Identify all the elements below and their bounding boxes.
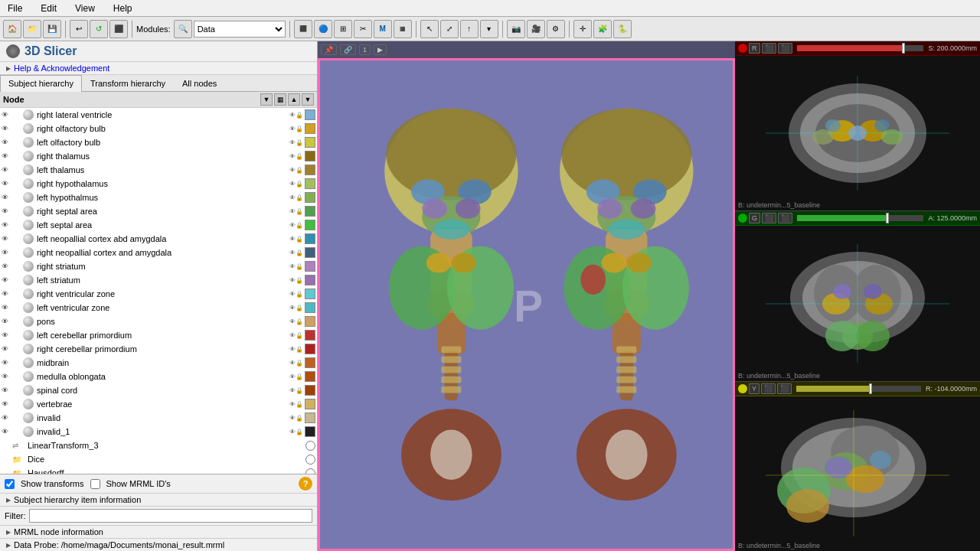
node-lock-icon[interactable]: 🔒 xyxy=(296,126,303,132)
visibility-icon[interactable]: 👁 xyxy=(2,139,12,146)
color-swatch[interactable] xyxy=(305,316,315,327)
node-extra-icon[interactable]: 👁 xyxy=(289,181,296,187)
node-lock-icon[interactable]: 🔒 xyxy=(296,429,303,435)
visibility-icon[interactable]: 👁 xyxy=(2,386,12,394)
node-list-item[interactable]: 👁left septal area👁🔒 xyxy=(0,218,317,232)
color-swatch[interactable] xyxy=(305,247,315,258)
menu-view[interactable]: View xyxy=(70,2,100,15)
mrml-node-info[interactable]: MRML node information xyxy=(0,526,317,539)
view-toggle-button[interactable]: ▦ xyxy=(394,20,412,38)
node-list-item[interactable]: 👁midbrain👁🔒 xyxy=(0,356,317,370)
green-link-button[interactable]: ⬛ xyxy=(762,213,776,223)
node-extra-icon[interactable]: 👁 xyxy=(289,126,296,132)
tab-all-nodes[interactable]: All nodes xyxy=(174,75,225,91)
show-transforms-checkbox[interactable] xyxy=(5,479,15,489)
node-list-item[interactable]: 👁pons👁🔒 xyxy=(0,315,317,328)
node-extra-icon[interactable]: 👁 xyxy=(289,263,296,270)
visibility-icon[interactable]: 👁 xyxy=(2,414,12,422)
color-swatch[interactable] xyxy=(305,289,315,299)
node-list-item[interactable]: ⇌LinearTransform_3 xyxy=(0,439,317,452)
color-swatch[interactable] xyxy=(305,275,315,285)
menu-help[interactable]: Help xyxy=(109,2,137,15)
node-extra-icon[interactable]: 👁 xyxy=(289,222,296,229)
node-list-item[interactable]: 👁left striatum👁🔒 xyxy=(0,273,317,287)
node-list-item[interactable]: 👁left cerebellar primordium👁🔒 xyxy=(0,328,317,342)
green-slider[interactable] xyxy=(797,215,923,221)
node-list-item[interactable]: 👁medulla oblongata👁🔒 xyxy=(0,370,317,383)
camera-button[interactable]: 🎥 xyxy=(527,20,545,38)
visibility-icon[interactable]: 👁 xyxy=(2,152,12,160)
vp-num-button[interactable]: 1 xyxy=(359,44,371,55)
visibility-icon[interactable]: 👁 xyxy=(2,249,12,256)
vp-more-button[interactable]: ▶ xyxy=(374,44,387,55)
visibility-icon[interactable]: 👁 xyxy=(2,345,12,353)
3d-viewport[interactable]: 📌 🔗 1 ▶ xyxy=(318,41,735,551)
color-swatch[interactable] xyxy=(305,344,315,354)
color-swatch[interactable] xyxy=(305,206,315,217)
node-lock-icon[interactable]: 🔒 xyxy=(296,222,303,229)
color-swatch[interactable] xyxy=(305,399,315,409)
node-extra-icon[interactable]: 👁 xyxy=(289,346,296,353)
node-extra-icon[interactable]: 👁 xyxy=(289,401,296,408)
color-swatch[interactable] xyxy=(305,302,315,313)
view-sphere-button[interactable]: 🔵 xyxy=(314,20,332,38)
color-swatch[interactable] xyxy=(305,412,315,423)
node-radio[interactable] xyxy=(305,441,315,451)
node-list-item[interactable]: 👁right ventricular zone👁🔒 xyxy=(0,287,317,301)
red-slider[interactable] xyxy=(797,45,924,51)
filter-button[interactable]: ▼ xyxy=(260,93,273,106)
red-link-button[interactable]: ⬛ xyxy=(762,43,776,54)
visibility-icon[interactable]: 👁 xyxy=(2,125,12,132)
node-lock-icon[interactable]: 🔒 xyxy=(296,194,303,201)
color-swatch[interactable] xyxy=(305,178,315,189)
node-lock-icon[interactable]: 🔒 xyxy=(296,139,303,146)
node-list-item[interactable]: 👁left olfactory bulb👁🔒 xyxy=(0,135,317,149)
node-lock-icon[interactable]: 🔒 xyxy=(296,112,303,119)
node-list-item[interactable]: 👁left hypothalmus👁🔒 xyxy=(0,191,317,204)
green-pin-button[interactable]: G xyxy=(749,213,760,223)
green-more-button[interactable]: ⬛ xyxy=(778,213,792,223)
visibility-icon[interactable]: 👁 xyxy=(2,166,12,174)
node-lock-icon[interactable]: 🔒 xyxy=(296,346,303,353)
visibility-icon[interactable]: 👁 xyxy=(2,180,12,187)
yellow-more-button[interactable]: ⬛ xyxy=(777,383,792,394)
color-swatch[interactable] xyxy=(305,233,315,244)
node-list-item[interactable]: 👁spinal cord👁🔒 xyxy=(0,383,317,397)
help-link[interactable]: Help & Acknowledgement xyxy=(0,62,317,75)
color-swatch[interactable] xyxy=(305,165,315,175)
node-lock-icon[interactable]: 🔒 xyxy=(296,305,303,311)
node-extra-icon[interactable]: 👁 xyxy=(289,236,296,243)
node-list-item[interactable]: 👁left thalamus👁🔒 xyxy=(0,163,317,177)
node-extra-icon[interactable]: 👁 xyxy=(289,387,296,394)
node-lock-icon[interactable]: 🔒 xyxy=(296,401,303,408)
node-lock-icon[interactable]: 🔒 xyxy=(296,318,303,325)
node-list-item[interactable]: 👁left ventricular zone👁🔒 xyxy=(0,301,317,315)
color-swatch[interactable] xyxy=(305,330,315,341)
module-select[interactable]: Data xyxy=(194,21,286,37)
node-list-item[interactable]: 📁Dice xyxy=(0,452,317,466)
undo-button[interactable]: ↩ xyxy=(70,20,88,38)
view-3d-button[interactable]: ⬛ xyxy=(294,20,312,38)
node-list-item[interactable]: 👁right hypothalamus👁🔒 xyxy=(0,177,317,191)
show-mrml-ids-checkbox[interactable] xyxy=(90,479,100,489)
node-list-item[interactable]: 👁invalid👁🔒 xyxy=(0,411,317,425)
yellow-pin-button[interactable]: Y xyxy=(749,383,760,394)
help-button[interactable]: ? xyxy=(299,477,312,491)
node-lock-icon[interactable]: 🔒 xyxy=(296,360,303,367)
red-more-button[interactable]: ⬛ xyxy=(778,43,792,54)
node-lock-icon[interactable]: 🔒 xyxy=(296,236,303,243)
node-extra-icon[interactable]: 👁 xyxy=(289,318,296,325)
color-swatch[interactable] xyxy=(305,220,315,230)
view-options-button[interactable]: ▦ xyxy=(274,93,286,106)
node-lock-icon[interactable]: 🔒 xyxy=(296,291,303,298)
save-button[interactable]: 💾 xyxy=(43,20,61,38)
color-swatch[interactable] xyxy=(305,371,315,382)
scroll-up-button[interactable]: ▲ xyxy=(288,93,300,106)
scissors-button[interactable]: ✂ xyxy=(354,20,372,38)
color-swatch[interactable] xyxy=(305,192,315,203)
node-extra-icon[interactable]: 👁 xyxy=(289,194,296,201)
node-extra-icon[interactable]: 👁 xyxy=(289,277,296,284)
home-button[interactable]: 🏠 xyxy=(3,20,21,38)
yellow-slice-image[interactable]: B: undetermin...5_baseline xyxy=(735,396,980,551)
menu-file[interactable]: File xyxy=(3,2,27,15)
